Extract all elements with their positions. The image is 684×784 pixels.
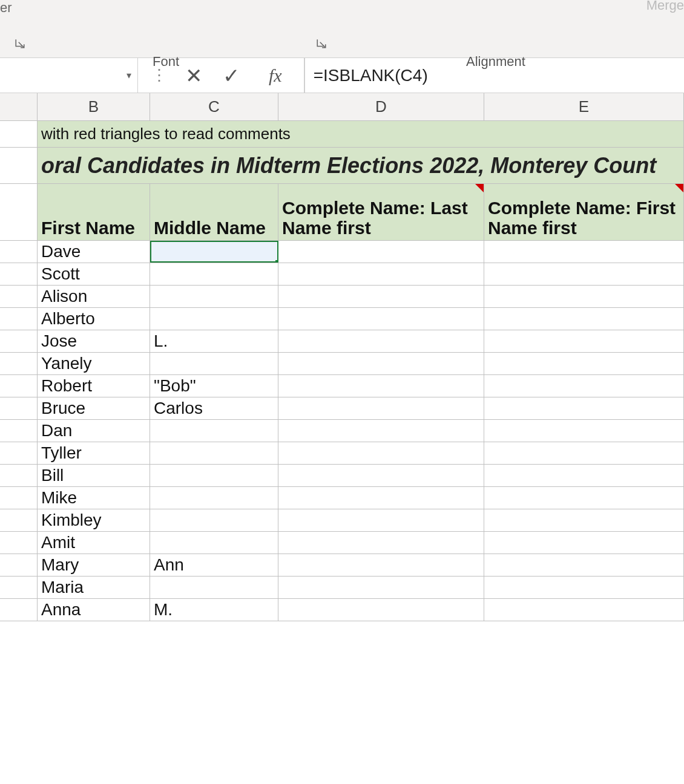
cell[interactable] bbox=[0, 487, 38, 509]
cell-middle-name[interactable]: M. bbox=[150, 599, 278, 621]
title-cell[interactable]: oral Candidates in Midterm Elections 202… bbox=[38, 148, 684, 183]
cell[interactable] bbox=[0, 148, 38, 183]
cell-middle-name[interactable] bbox=[150, 353, 278, 374]
cell-middle-name[interactable] bbox=[150, 487, 278, 509]
col-header-D[interactable]: D bbox=[278, 93, 484, 120]
cell-first-name[interactable]: Amit bbox=[38, 532, 150, 554]
cell-first-name[interactable]: Scott bbox=[38, 263, 150, 285]
cell-first-name[interactable]: Robert bbox=[38, 375, 150, 397]
dialog-launcher-icon[interactable] bbox=[316, 38, 327, 51]
hint-cell[interactable]: with red triangles to read comments bbox=[38, 121, 684, 147]
cell-first-name[interactable]: Jose bbox=[38, 330, 150, 352]
header-complete-last-first[interactable]: Complete Name: Last Name first bbox=[278, 184, 484, 240]
cell-complete-last-first[interactable] bbox=[278, 330, 484, 352]
cell[interactable] bbox=[0, 577, 38, 598]
cell-complete-last-first[interactable] bbox=[278, 442, 484, 464]
cell-complete-first-first[interactable] bbox=[484, 420, 684, 442]
dialog-launcher-icon[interactable] bbox=[15, 38, 25, 51]
name-box[interactable]: ▾ bbox=[0, 58, 138, 93]
cell-first-name[interactable]: Yanely bbox=[38, 353, 150, 374]
cell[interactable] bbox=[0, 599, 38, 621]
cell-first-name[interactable]: Dave bbox=[38, 241, 150, 263]
cell-complete-last-first[interactable] bbox=[278, 599, 484, 621]
cell-middle-name[interactable] bbox=[150, 286, 278, 307]
cell[interactable] bbox=[0, 308, 38, 330]
cell-complete-first-first[interactable] bbox=[484, 397, 684, 419]
cell[interactable] bbox=[0, 241, 38, 263]
cell-complete-first-first[interactable] bbox=[484, 577, 684, 598]
cell-complete-last-first[interactable] bbox=[278, 241, 484, 263]
fx-icon[interactable]: fx bbox=[260, 65, 291, 86]
cell-complete-first-first[interactable] bbox=[484, 330, 684, 352]
chevron-down-icon[interactable]: ▾ bbox=[127, 70, 131, 81]
cell-complete-first-first[interactable] bbox=[484, 487, 684, 509]
cell-middle-name[interactable] bbox=[150, 532, 278, 554]
cell[interactable] bbox=[0, 442, 38, 464]
cell-complete-first-first[interactable] bbox=[484, 353, 684, 374]
cell-complete-first-first[interactable] bbox=[484, 532, 684, 554]
cell-complete-last-first[interactable] bbox=[278, 487, 484, 509]
cell-middle-name[interactable]: Carlos bbox=[150, 397, 278, 419]
cell-first-name[interactable]: Dan bbox=[38, 420, 150, 442]
cell-first-name[interactable]: Mary bbox=[38, 554, 150, 576]
cell-complete-first-first[interactable] bbox=[484, 442, 684, 464]
cell[interactable] bbox=[0, 184, 38, 240]
header-complete-first-first[interactable]: Complete Name: First Name first bbox=[484, 184, 684, 240]
cell-middle-name[interactable]: L. bbox=[150, 330, 278, 352]
cell-middle-name[interactable] bbox=[150, 420, 278, 442]
cell[interactable] bbox=[0, 420, 38, 442]
cell-complete-last-first[interactable] bbox=[278, 353, 484, 374]
cell-complete-first-first[interactable] bbox=[484, 286, 684, 307]
cell[interactable] bbox=[0, 509, 38, 531]
header-first-name[interactable]: First Name bbox=[38, 184, 150, 240]
cell-first-name[interactable]: Alberto bbox=[38, 308, 150, 330]
cell-middle-name[interactable] bbox=[150, 509, 278, 531]
cell-complete-first-first[interactable] bbox=[484, 509, 684, 531]
cell-middle-name[interactable] bbox=[150, 308, 278, 330]
cell-complete-last-first[interactable] bbox=[278, 577, 484, 598]
cell-complete-first-first[interactable] bbox=[484, 375, 684, 397]
enter-icon[interactable]: ✓ bbox=[223, 64, 240, 88]
cell-middle-name[interactable] bbox=[150, 263, 278, 285]
col-header-C[interactable]: C bbox=[150, 93, 278, 120]
cell-complete-first-first[interactable] bbox=[484, 241, 684, 263]
cell-middle-name[interactable]: Ann bbox=[150, 554, 278, 576]
cancel-icon[interactable]: ✕ bbox=[185, 64, 202, 88]
cell-middle-name[interactable] bbox=[150, 442, 278, 464]
cell[interactable] bbox=[0, 121, 38, 147]
header-middle-name[interactable]: Middle Name bbox=[150, 184, 278, 240]
cell-complete-last-first[interactable] bbox=[278, 286, 484, 307]
col-header-E[interactable]: E bbox=[484, 93, 684, 120]
cell-complete-first-first[interactable] bbox=[484, 263, 684, 285]
cell-complete-last-first[interactable] bbox=[278, 532, 484, 554]
cell-middle-name[interactable] bbox=[150, 577, 278, 598]
cell-middle-name[interactable]: "Bob" bbox=[150, 375, 278, 397]
cell-first-name[interactable]: Bill bbox=[38, 465, 150, 486]
cell[interactable] bbox=[0, 465, 38, 486]
cell-complete-last-first[interactable] bbox=[278, 554, 484, 576]
cell[interactable] bbox=[0, 353, 38, 374]
cell-complete-last-first[interactable] bbox=[278, 263, 484, 285]
cell-first-name[interactable]: Alison bbox=[38, 286, 150, 307]
cell[interactable] bbox=[0, 532, 38, 554]
cell[interactable] bbox=[0, 375, 38, 397]
cell-complete-first-first[interactable] bbox=[484, 599, 684, 621]
col-header-A[interactable] bbox=[0, 93, 38, 120]
cell-complete-last-first[interactable] bbox=[278, 308, 484, 330]
cell[interactable] bbox=[0, 397, 38, 419]
cell[interactable] bbox=[0, 286, 38, 307]
cell-middle-name[interactable] bbox=[150, 241, 278, 263]
cell-complete-first-first[interactable] bbox=[484, 465, 684, 486]
cell-complete-first-first[interactable] bbox=[484, 308, 684, 330]
cell-complete-last-first[interactable] bbox=[278, 509, 484, 531]
cell-complete-first-first[interactable] bbox=[484, 554, 684, 576]
cell-complete-last-first[interactable] bbox=[278, 375, 484, 397]
cell[interactable] bbox=[0, 330, 38, 352]
cell-first-name[interactable]: Tyller bbox=[38, 442, 150, 464]
cell-complete-last-first[interactable] bbox=[278, 465, 484, 486]
cell[interactable] bbox=[0, 554, 38, 576]
cell-middle-name[interactable] bbox=[150, 465, 278, 486]
cell-first-name[interactable]: Kimbley bbox=[38, 509, 150, 531]
cell-first-name[interactable]: Bruce bbox=[38, 397, 150, 419]
cell-complete-last-first[interactable] bbox=[278, 420, 484, 442]
